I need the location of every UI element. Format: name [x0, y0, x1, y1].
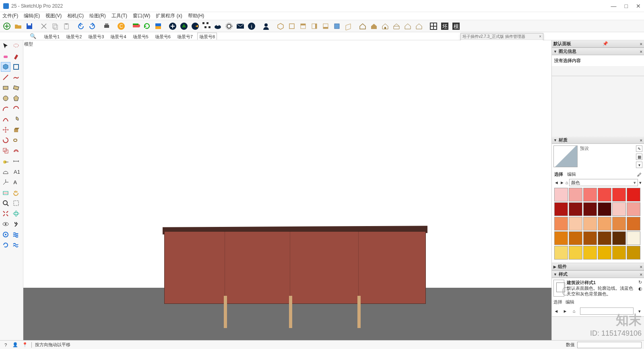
protractor-tool-icon[interactable] [1, 167, 10, 177]
waves2-icon[interactable] [11, 240, 21, 250]
house2-icon[interactable] [369, 21, 379, 31]
plugin-a-icon[interactable] [130, 21, 141, 31]
status-help-icon[interactable]: ? [2, 342, 9, 348]
measurements-input[interactable] [577, 342, 642, 348]
rotated-rect-tool-icon[interactable] [11, 83, 21, 93]
scene-tab-6[interactable]: 场景号6 [153, 33, 173, 40]
materials-tab-edit[interactable]: 编辑 [567, 171, 576, 177]
panel-close-icon[interactable]: × [640, 42, 642, 46]
scene-tab-7[interactable]: 场景号7 [175, 33, 195, 40]
line-tool-icon[interactable] [1, 73, 10, 82]
view-iso-icon[interactable] [275, 21, 286, 31]
material-default-button[interactable]: ▦ [636, 154, 642, 160]
export-icon[interactable] [153, 21, 163, 31]
cut-icon[interactable] [39, 21, 49, 31]
components-close-icon[interactable]: × [640, 264, 642, 269]
add-circle-icon[interactable] [167, 21, 178, 31]
redo-icon[interactable] [87, 21, 97, 31]
material-swatch[interactable] [598, 188, 611, 202]
house6-icon[interactable] [414, 21, 424, 31]
material-create-button[interactable]: ✎ [636, 145, 642, 152]
materials-back-button[interactable]: ◄ [554, 180, 559, 185]
mail-icon[interactable] [235, 21, 246, 31]
material-swatch[interactable] [554, 231, 568, 245]
circle-tool-icon[interactable] [1, 93, 10, 103]
info-icon[interactable]: i [246, 21, 257, 31]
zoomwindow-tool-icon[interactable] [11, 198, 21, 208]
menu-bar[interactable]: 文件(F) 编辑(E) 视图(V) 相机(C) 绘图(R) 工具(T) 窗口(W… [0, 12, 644, 20]
text-tool-icon[interactable]: A1 [11, 167, 21, 177]
view-back-icon[interactable] [320, 21, 331, 31]
material-swatch[interactable] [554, 188, 568, 202]
materials-home-button[interactable]: ⌂ [566, 180, 568, 185]
layout3-icon[interactable]: 模 [451, 21, 461, 31]
material-swatch[interactable] [598, 202, 611, 216]
styles-fwd-button[interactable]: ► [562, 308, 568, 314]
offset-tool-icon[interactable] [11, 146, 21, 156]
user-icon[interactable] [261, 21, 271, 31]
menu-edit[interactable]: 编辑(E) [24, 12, 40, 19]
menu-camera[interactable]: 相机(C) [67, 12, 84, 19]
eraser-tool-icon[interactable] [1, 52, 10, 61]
status-user-icon[interactable]: 👤 [12, 342, 19, 348]
materials-tab-select[interactable]: 选择 [554, 171, 563, 177]
paste-icon[interactable] [61, 21, 72, 31]
material-swatch[interactable] [569, 188, 582, 202]
tree-icon[interactable] [179, 21, 189, 31]
search-icon[interactable]: 🔍 [30, 33, 36, 39]
window-maximize-button[interactable]: □ [625, 3, 628, 9]
house5-icon[interactable] [402, 21, 413, 31]
followme-tool-icon[interactable] [11, 135, 21, 145]
eyedropper-icon[interactable]: 🖉 [637, 172, 642, 177]
style-update-button[interactable]: ↻ [638, 280, 642, 285]
new-file-icon[interactable] [2, 21, 12, 31]
material-dropdown-button[interactable]: ▾ [636, 162, 642, 168]
lasso-tool-icon[interactable] [11, 41, 21, 51]
cloud-up-icon[interactable] [213, 21, 223, 31]
plugin-c-icon[interactable]: C [116, 21, 126, 31]
dimension-tool-icon[interactable] [11, 156, 21, 166]
pushpull-tool-icon[interactable] [11, 125, 21, 135]
look-tool-icon[interactable] [1, 219, 10, 229]
open-file-icon[interactable] [13, 21, 23, 31]
tape-tool-icon[interactable] [1, 156, 10, 166]
scale-tool-icon[interactable] [1, 146, 10, 156]
material-swatch[interactable] [554, 217, 568, 231]
layout1-icon[interactable] [428, 21, 439, 31]
3dtext-tool-icon[interactable]: A [11, 177, 21, 187]
styles-home-button[interactable]: ⌂ [571, 308, 577, 314]
gear-icon[interactable] [224, 21, 234, 31]
print-icon[interactable] [101, 21, 112, 31]
rotate-tool-icon[interactable] [1, 135, 10, 145]
material-thumbnail[interactable] [553, 145, 578, 167]
group-tool-icon[interactable] [11, 62, 21, 72]
pie-tool-icon[interactable] [11, 114, 21, 124]
materials-menu-button[interactable]: ▾ [639, 180, 642, 185]
material-swatch[interactable] [583, 188, 597, 202]
scene-tab-8[interactable]: 场景号8 [197, 33, 217, 40]
axes-tool-icon[interactable] [1, 177, 10, 187]
material-swatch[interactable] [627, 217, 640, 231]
freehand-tool-icon[interactable] [11, 73, 21, 82]
material-swatch[interactable] [554, 246, 568, 260]
material-swatch[interactable] [612, 202, 626, 216]
menu-view[interactable]: 视图(V) [45, 12, 62, 19]
material-swatch[interactable] [612, 231, 626, 245]
paint-tool-icon[interactable] [11, 52, 21, 61]
material-swatch[interactable] [569, 246, 582, 260]
waves-icon[interactable] [11, 230, 21, 239]
view-top-icon[interactable] [287, 21, 297, 31]
component-tool-icon[interactable] [1, 62, 10, 72]
hand-tool-icon[interactable] [11, 188, 21, 197]
styles-tab-select[interactable]: 选择 [553, 299, 562, 305]
material-swatch[interactable] [598, 217, 611, 231]
material-swatch[interactable] [583, 217, 597, 231]
zoom-tool-icon[interactable] [1, 198, 10, 208]
palette-icon[interactable] [190, 21, 200, 31]
status-geo-icon[interactable]: 📍 [22, 342, 28, 348]
styles-tab-edit[interactable]: 编辑 [566, 299, 574, 305]
checker-icon[interactable] [201, 21, 212, 31]
material-swatch[interactable] [569, 231, 582, 245]
window-minimize-button[interactable]: — [611, 3, 617, 9]
save-file-icon[interactable] [24, 21, 35, 31]
